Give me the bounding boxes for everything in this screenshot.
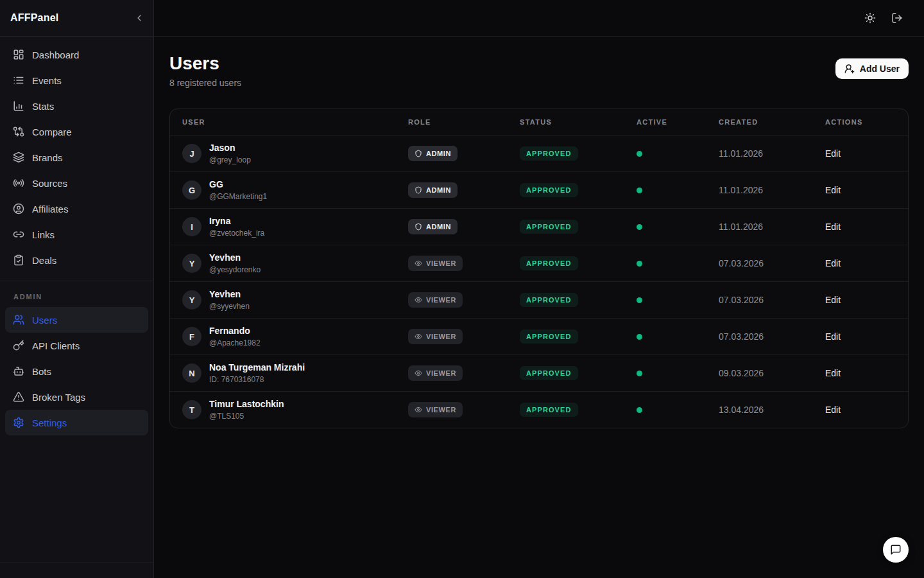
role-label: VIEWER: [426, 333, 456, 340]
table-row: G GG @GGMarketing1 ADMIN APPROVED 11.01.…: [170, 171, 908, 208]
sidebar-item-affiliates[interactable]: Affiliates: [5, 196, 148, 222]
edit-button[interactable]: Edit: [825, 331, 841, 342]
created-date: 09.03.2026: [719, 368, 825, 378]
sidebar-item-label: Deals: [32, 255, 56, 266]
user-cell: G GG @GGMarketing1: [182, 179, 408, 201]
user-cell: I Iryna @zvetochek_ira: [182, 216, 408, 238]
git-compare-icon: [13, 126, 24, 137]
add-user-button[interactable]: Add User: [835, 58, 909, 79]
edit-button[interactable]: Edit: [825, 295, 841, 305]
user-cell: N Noa Turgeman Mizrahi ID: 7670316078: [182, 362, 408, 384]
edit-button[interactable]: Edit: [825, 185, 841, 195]
active-indicator: [637, 334, 642, 340]
edit-button[interactable]: Edit: [825, 222, 841, 232]
sidebar-item-bots[interactable]: Bots: [5, 358, 148, 384]
status-badge: APPROVED: [520, 329, 578, 344]
role-badge: VIEWER: [408, 292, 463, 308]
edit-button[interactable]: Edit: [825, 258, 841, 268]
created-date: 13.04.2026: [719, 405, 825, 415]
page-title-block: Users 8 registered users: [169, 53, 241, 88]
sidebar-header: AFFPanel: [0, 0, 153, 37]
sidebar-item-deals[interactable]: Deals: [5, 247, 148, 273]
user-handle: @GGMarketing1: [209, 192, 267, 201]
message-square-icon: [890, 544, 902, 556]
sidebar-item-api-clients[interactable]: API Clients: [5, 333, 148, 358]
sidebar-item-events[interactable]: Events: [5, 67, 148, 93]
sidebar-item-stats[interactable]: Stats: [5, 93, 148, 119]
role-badge: VIEWER: [408, 256, 463, 271]
role-badge: ADMIN: [408, 219, 458, 234]
role-badge: VIEWER: [408, 329, 463, 344]
role-badge: ADMIN: [408, 182, 458, 198]
page-subtitle: 8 registered users: [169, 78, 241, 88]
logout-button[interactable]: [891, 12, 903, 24]
sidebar-item-sources[interactable]: Sources: [5, 170, 148, 196]
eye-icon: [415, 406, 422, 414]
sidebar-item-links[interactable]: Links: [5, 222, 148, 247]
table-row: N Noa Turgeman Mizrahi ID: 7670316078 VI…: [170, 355, 908, 391]
eye-icon: [415, 369, 422, 377]
sidebar-item-broken-tags[interactable]: Broken Tags: [5, 384, 148, 410]
column-header-actions: ACTIONS: [825, 118, 896, 126]
status-badge: APPROVED: [520, 366, 578, 380]
column-header-active: ACTIVE: [637, 118, 719, 126]
sidebar-item-label: Dashboard: [32, 49, 79, 60]
sidebar-item-label: Affiliates: [32, 204, 68, 215]
sidebar-item-compare[interactable]: Compare: [5, 119, 148, 144]
shield-icon: [415, 223, 422, 231]
theme-toggle-button[interactable]: [864, 12, 876, 24]
avatar: F: [182, 327, 201, 346]
dashboard-icon: [13, 49, 24, 60]
sidebar-collapse-button[interactable]: [134, 13, 144, 23]
sidebar-item-label: API Clients: [32, 340, 80, 351]
sidebar-item-dashboard[interactable]: Dashboard: [5, 42, 148, 67]
role-label: VIEWER: [426, 296, 456, 304]
role-label: VIEWER: [426, 259, 456, 267]
active-indicator: [637, 151, 642, 157]
user-name: Yevhen: [209, 289, 250, 300]
eye-icon: [415, 259, 422, 267]
user-name: Iryna: [209, 216, 264, 227]
user-plus-icon: [844, 64, 855, 74]
user-name: GG: [209, 179, 267, 190]
user-handle: @zvetochek_ira: [209, 229, 264, 238]
role-label: ADMIN: [426, 223, 451, 231]
user-cell: Y Yevhen @syyevhen: [182, 289, 408, 311]
status-badge: APPROVED: [520, 146, 578, 161]
created-date: 07.03.2026: [719, 258, 825, 268]
role-label: ADMIN: [426, 150, 451, 157]
active-indicator: [637, 188, 642, 193]
sidebar-divider: [0, 281, 153, 281]
sidebar-item-settings[interactable]: Settings: [5, 410, 148, 435]
sidebar-item-label: Compare: [32, 127, 72, 137]
user-handle: @grey_loop: [209, 155, 251, 164]
avatar: Y: [182, 254, 201, 273]
sidebar-item-label: Sources: [32, 178, 67, 189]
active-indicator: [637, 407, 642, 413]
table-header-row: USERROLESTATUSACTIVECREATEDACTIONS: [170, 109, 908, 135]
edit-button[interactable]: Edit: [825, 405, 841, 415]
list-icon: [13, 74, 24, 86]
users-table: USERROLESTATUSACTIVECREATEDACTIONS J Jas…: [169, 109, 909, 428]
table-row: Y Yevhen @yesydorenko VIEWER APPROVED 07…: [170, 245, 908, 281]
sidebar-item-label: Links: [32, 229, 55, 240]
edit-button[interactable]: Edit: [825, 368, 841, 378]
active-indicator: [637, 224, 642, 230]
user-handle: @Apache1982: [209, 338, 261, 347]
edit-button[interactable]: Edit: [825, 148, 841, 159]
key-icon: [13, 340, 24, 351]
sidebar-footer: [0, 563, 153, 578]
user-cell: T Timur Lastochkin @TLS105: [182, 399, 408, 421]
layers-icon: [13, 152, 24, 163]
chat-button[interactable]: [883, 537, 909, 563]
user-name: Yevhen: [209, 252, 261, 263]
user-handle: ID: 7670316078: [209, 375, 305, 384]
column-header-role: ROLE: [408, 118, 520, 126]
status-badge: APPROVED: [520, 293, 578, 307]
sidebar-item-brands[interactable]: Brands: [5, 144, 148, 170]
eye-icon: [415, 333, 422, 340]
table-row: T Timur Lastochkin @TLS105 VIEWER APPROV…: [170, 391, 908, 428]
sidebar-item-users[interactable]: Users: [5, 307, 148, 333]
user-circle-icon: [13, 203, 24, 215]
user-handle: @TLS105: [209, 412, 284, 421]
